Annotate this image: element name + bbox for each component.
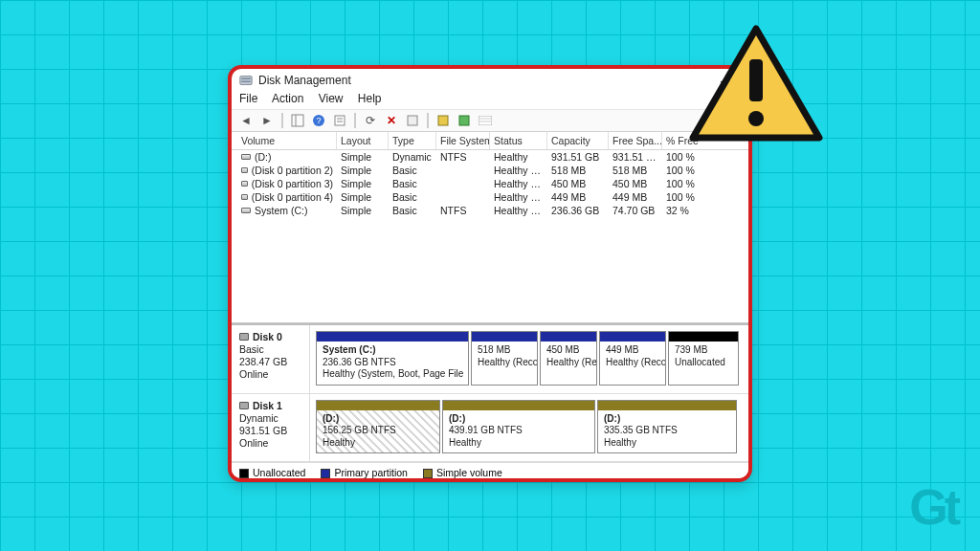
delete-icon[interactable]: ✕ (383, 112, 400, 129)
volume-list[interactable]: Volume Layout Type File System Status Ca… (232, 132, 748, 323)
forward-button[interactable]: ► (258, 112, 276, 129)
volume-icon (241, 208, 251, 213)
disk-icon (239, 333, 249, 341)
svg-text:?: ? (316, 116, 321, 125)
partition-block[interactable]: System (C:)236.36 GB NTFSHealthy (System… (316, 331, 469, 386)
svg-rect-3 (292, 115, 303, 126)
disk-row: Disk 0Basic238.47 GBOnlineSystem (C:)236… (232, 325, 748, 394)
disk-row: Disk 1Dynamic931.51 GBOnline(D:)156.25 G… (232, 394, 748, 463)
partition-block[interactable]: (D:)335.35 GB NTFSHealthy (597, 400, 737, 454)
toolbar: ◄ ► ? ⟳ ✕ (232, 109, 748, 132)
disk-management-window: Disk Management — File Action View Help … (228, 65, 752, 482)
properties-button[interactable] (331, 112, 348, 129)
disk-side-info[interactable]: Disk 0Basic238.47 GBOnline (232, 325, 310, 393)
volume-icon (241, 194, 248, 200)
volume-row[interactable]: (Disk 0 partition 2) SimpleBasicHealthy … (232, 164, 748, 177)
svg-rect-1 (241, 77, 251, 79)
disk-icon (239, 402, 249, 409)
svg-rect-10 (408, 116, 417, 125)
volume-row[interactable]: (D:) SimpleDynamicNTFSHealthy 931.51 GB9… (232, 150, 748, 164)
svg-rect-2 (241, 80, 251, 82)
partition-block[interactable]: (D:)439.91 GB NTFSHealthy (442, 400, 595, 454)
col-filesystem[interactable]: File System (436, 132, 490, 149)
partition-block[interactable]: 450 MBHealthy (Recov (540, 331, 597, 386)
toolbar-separator (281, 113, 283, 128)
settings-icon[interactable] (404, 112, 421, 129)
volume-row[interactable]: System (C:) SimpleBasicNTFSHealthy (S...… (232, 204, 748, 217)
volume-icon (241, 181, 248, 187)
toolbar-separator (354, 113, 356, 128)
list-icon[interactable] (477, 112, 494, 129)
show-hide-tree-button[interactable] (289, 112, 306, 129)
svg-rect-17 (749, 59, 763, 101)
partition-block[interactable]: 739 MBUnallocated (668, 331, 739, 386)
svg-rect-13 (479, 116, 492, 125)
legend-primary: Primary partition (321, 467, 407, 478)
help-button[interactable]: ? (310, 112, 327, 129)
back-button[interactable]: ◄ (237, 112, 255, 129)
col-status[interactable]: Status (490, 132, 547, 149)
disk-graphic-panel: Disk 0Basic238.47 GBOnlineSystem (C:)236… (232, 323, 748, 462)
toolbar-separator (427, 113, 429, 128)
partition-block[interactable]: 518 MBHealthy (Recov (471, 331, 538, 386)
disk-side-info[interactable]: Disk 1Dynamic931.51 GBOnline (232, 394, 310, 462)
volume-icon (241, 167, 248, 173)
svg-rect-0 (240, 77, 252, 85)
app-icon (239, 74, 253, 87)
volume-row[interactable]: (Disk 0 partition 3) SimpleBasicHealthy … (232, 177, 748, 190)
titlebar: Disk Management — (232, 69, 748, 90)
volume-list-empty (232, 217, 748, 322)
col-capacity[interactable]: Capacity (547, 132, 609, 149)
col-volume[interactable]: Volume (237, 132, 337, 149)
menu-file[interactable]: File (239, 92, 257, 105)
refresh-button[interactable]: ⟳ (362, 112, 379, 129)
new-volume-icon[interactable] (434, 112, 452, 129)
legend-unallocated: Unallocated (239, 467, 305, 478)
action-icon[interactable] (456, 112, 473, 129)
svg-rect-11 (438, 116, 448, 125)
menu-action[interactable]: Action (272, 92, 303, 105)
partition-block[interactable]: (D:)156.25 GB NTFSHealthy (316, 400, 440, 454)
col-free-space[interactable]: Free Spa... (609, 132, 662, 149)
volume-icon (241, 154, 251, 160)
volume-list-header: Volume Layout Type File System Status Ca… (232, 132, 748, 150)
svg-point-18 (748, 111, 764, 126)
legend: Unallocated Primary partition Simple vol… (232, 462, 748, 482)
volume-row[interactable]: (Disk 0 partition 4) SimpleBasicHealthy … (232, 190, 748, 204)
svg-rect-7 (335, 116, 345, 125)
partition-block[interactable]: 449 MBHealthy (Reco (599, 331, 666, 386)
legend-simple-volume: Simple volume (423, 467, 502, 478)
menu-help[interactable]: Help (358, 92, 382, 105)
window-title: Disk Management (258, 74, 351, 87)
svg-rect-12 (459, 116, 469, 125)
col-layout[interactable]: Layout (337, 132, 389, 149)
warning-sign-icon (689, 25, 823, 143)
watermark-logo: Gt (909, 478, 957, 536)
menubar: File Action View Help (232, 90, 748, 109)
menu-view[interactable]: View (319, 92, 344, 105)
col-type[interactable]: Type (389, 132, 436, 149)
